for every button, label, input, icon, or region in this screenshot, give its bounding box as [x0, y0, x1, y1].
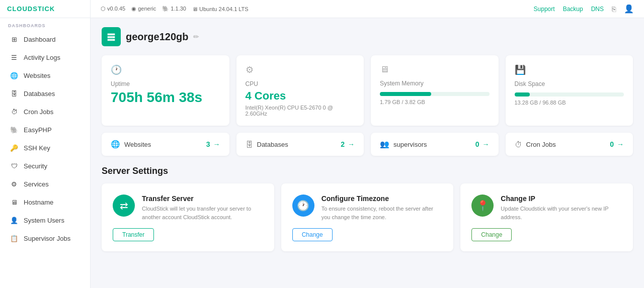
memory-label: System Memory — [380, 80, 490, 87]
quick-arrow-databases: → — [348, 140, 355, 148]
disk-card: 💾 Disk Space 13.28 GB / 96.88 GB — [506, 55, 633, 126]
disk-icon: 💾 — [515, 64, 624, 75]
setting-desc-transfer-server: CloudStick will let you transfer your se… — [142, 205, 263, 221]
page-content: george120gb ✏ 🕐 Uptime 705h 56m 38s ⚙ CP… — [91, 18, 644, 260]
quick-icon-cron-jobs: ⏱ — [515, 140, 522, 149]
setting-info-change-ip: Change IP Update Cloudstick with your se… — [501, 195, 622, 221]
setting-info-transfer-server: Transfer Server CloudStick will let you … — [142, 195, 263, 221]
topbar-left: ⬡ v0.0.45 ◉ generic 🐘 1.1.30 🖥 Ubuntu 24… — [101, 6, 249, 12]
sidebar-item-cron-jobs[interactable]: ⏱Cron Jobs — [0, 103, 90, 121]
sidebar-section-label: DASHBOARDS — [0, 18, 90, 30]
sidebar-icon-security: 🛡 — [10, 161, 19, 170]
quick-arrow-supervisors: → — [482, 140, 490, 148]
sidebar-icon-services: ⚙ — [10, 179, 19, 188]
cpu-card: ⚙ CPU 4 Cores Intel(R) Xeon(R) CPU E5-26… — [236, 55, 364, 126]
sidebar-label-security: Security — [24, 162, 47, 170]
sidebar-icon-ssh-key: 🔑 — [10, 143, 19, 152]
memory-card: 🖥 System Memory 1.79 GB / 3.82 GB — [371, 55, 499, 126]
sidebar-item-supervisor-jobs[interactable]: 📋Supervisor Jobs — [0, 229, 90, 247]
quick-link-cron-jobs[interactable]: ⏱ Cron Jobs 0 → — [506, 133, 633, 156]
setting-circle-configure-timezone: 🕐 — [292, 195, 314, 217]
quick-link-websites[interactable]: 🌐 Websites 3 → — [102, 133, 229, 156]
uptime-card: 🕐 Uptime 705h 56m 38s — [102, 55, 229, 126]
cpu-icon: ⚙ — [246, 64, 355, 75]
sidebar-icon-supervisor-jobs: 📋 — [10, 234, 19, 243]
sidebar-label-ssh-key: SSH Key — [24, 144, 50, 152]
sidebar-item-easyphp[interactable]: 🐘EasyPHP — [0, 121, 90, 139]
quick-count-cron-jobs: 0 — [610, 140, 614, 148]
sidebar-label-databases: Databases — [24, 90, 55, 98]
disk-label: Disk Space — [515, 80, 624, 87]
quick-links-row: 🌐 Websites 3 → 🗄 Databases 2 → 👥 supervi… — [102, 133, 633, 156]
sidebar-item-security[interactable]: 🛡Security — [0, 157, 90, 175]
setting-top-change-ip: 📍 Change IP Update Cloudstick with your … — [471, 195, 622, 221]
edit-icon[interactable]: ✏ — [193, 33, 199, 41]
svg-point-1 — [113, 37, 115, 38]
sidebar-label-activity-logs: Activity Logs — [24, 54, 60, 61]
quick-label-databases: Databases — [257, 141, 288, 148]
cpu-sub: Intel(R) Xeon(R) CPU E5-2670 0 @ 2.60GHz — [246, 105, 355, 117]
quick-left-websites: 🌐 Websites — [111, 140, 151, 149]
setting-info-configure-timezone: Configure Timezone To ensure consistency… — [321, 195, 443, 221]
sidebar-item-hostname[interactable]: 🖥Hostname — [0, 193, 90, 211]
topbar-os: 🖥 Ubuntu 24.04.1 LTS — [192, 6, 249, 12]
sidebar-icon-activity-logs: ☰ — [10, 53, 19, 62]
memory-icon: 🖥 — [380, 64, 490, 75]
svg-point-2 — [113, 39, 115, 41]
uptime-icon: 🕐 — [111, 64, 220, 75]
setting-btn-transfer-server[interactable]: Transfer — [113, 228, 154, 241]
quick-label-supervisors: supervisors — [393, 141, 427, 148]
topbar-backup[interactable]: Backup — [563, 6, 583, 13]
sidebar-label-system-users: System Users — [24, 217, 64, 224]
sidebar-item-dashboard[interactable]: ⊞Dashboard — [0, 30, 90, 48]
sidebar-icon-hostname: 🖥 — [10, 198, 19, 207]
topbar-right: Support Backup DNS ⎘ 👤 — [534, 4, 634, 14]
server-icon — [102, 27, 121, 46]
topbar-php: 🐘 1.1.30 — [162, 6, 186, 12]
topbar-dns[interactable]: DNS — [591, 6, 604, 13]
sidebar-item-ssh-key[interactable]: 🔑SSH Key — [0, 139, 90, 157]
sidebar-icon-system-users: 👤 — [10, 216, 19, 225]
topbar-agent: ◉ generic — [131, 6, 156, 12]
sidebar-icon-websites: 🌐 — [10, 71, 19, 80]
quick-arrow-cron-jobs: → — [617, 140, 624, 148]
setting-top-transfer-server: ⇄ Transfer Server CloudStick will let yo… — [113, 195, 263, 221]
quick-label-websites: Websites — [124, 141, 151, 148]
topbar-support[interactable]: Support — [534, 6, 555, 13]
main-content: ⬡ v0.0.45 ◉ generic 🐘 1.1.30 🖥 Ubuntu 24… — [91, 0, 644, 288]
topbar-copy-icon[interactable]: ⎘ — [612, 5, 616, 13]
sidebar-icon-databases: 🗄 — [10, 89, 19, 98]
quick-link-databases[interactable]: 🗄 Databases 2 → — [236, 133, 364, 156]
sidebar-item-activity-logs[interactable]: ☰Activity Logs — [0, 48, 90, 66]
sidebar-label-cron-jobs: Cron Jobs — [24, 108, 53, 116]
setting-title-change-ip: Change IP — [501, 195, 622, 203]
settings-title: Server Settings — [102, 166, 633, 176]
quick-label-cron-jobs: Cron Jobs — [526, 141, 556, 148]
sidebar-label-dashboard: Dashboard — [24, 36, 56, 43]
setting-circle-change-ip: 📍 — [471, 195, 494, 217]
sidebar-item-websites[interactable]: 🌐Websites — [0, 66, 90, 84]
sidebar-icon-cron-jobs: ⏱ — [10, 107, 19, 116]
setting-btn-configure-timezone[interactable]: Change — [292, 228, 333, 241]
sidebar: CLOUDSTICK DASHBOARDS ⊞Dashboard☰Activit… — [0, 0, 91, 288]
svg-point-0 — [113, 34, 115, 35]
topbar-version: ⬡ v0.0.45 — [101, 6, 125, 12]
quick-count-databases: 2 — [341, 140, 345, 148]
uptime-value: 705h 56m 38s — [111, 89, 220, 106]
disk-display: 13.28 GB / 96.88 GB — [515, 100, 624, 106]
sidebar-icon-dashboard: ⊞ — [10, 35, 19, 44]
sidebar-item-databases[interactable]: 🗄Databases — [0, 84, 90, 103]
topbar-user-icon[interactable]: 👤 — [624, 4, 634, 14]
quick-link-supervisors[interactable]: 👥 supervisors 0 → — [371, 133, 499, 156]
sidebar-item-services[interactable]: ⚙Services — [0, 175, 90, 193]
sidebar-item-system-users[interactable]: 👤System Users — [0, 211, 90, 229]
quick-arrow-websites: → — [213, 140, 220, 148]
setting-circle-transfer-server: ⇄ — [113, 195, 135, 217]
setting-card-configure-timezone: 🕐 Configure Timezone To ensure consisten… — [281, 183, 454, 251]
setting-title-transfer-server: Transfer Server — [142, 195, 263, 203]
setting-card-transfer-server: ⇄ Transfer Server CloudStick will let yo… — [102, 183, 274, 251]
server-name: george120gb — [126, 31, 188, 43]
quick-icon-supervisors: 👥 — [380, 140, 389, 149]
quick-left-supervisors: 👥 supervisors — [380, 140, 427, 149]
setting-btn-change-ip[interactable]: Change — [471, 228, 512, 241]
